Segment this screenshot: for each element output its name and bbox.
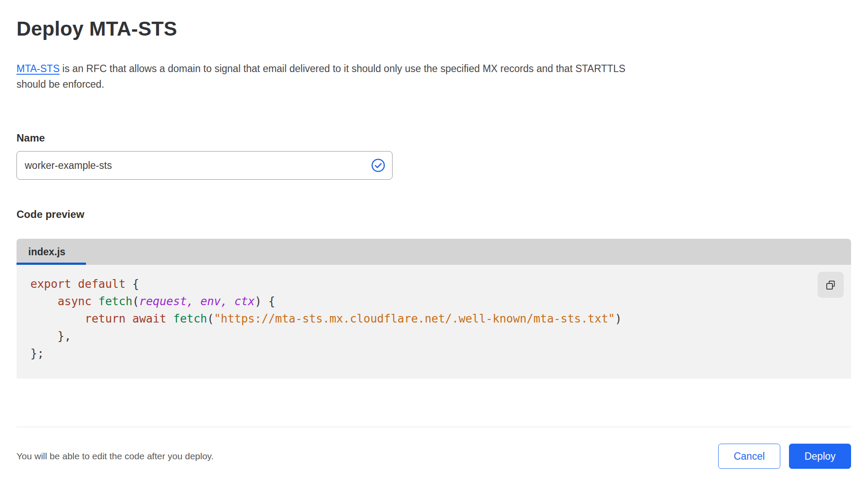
code-editor: export default { async fetch(request, en… xyxy=(17,265,851,379)
name-input[interactable] xyxy=(17,151,393,180)
footer-bar: You will be able to edit the code after … xyxy=(17,427,851,469)
name-label: Name xyxy=(17,132,851,144)
mta-sts-link[interactable]: MTA-STS xyxy=(17,63,59,74)
page-title: Deploy MTA-STS xyxy=(17,16,851,41)
tab-label: index.js xyxy=(28,246,66,258)
deploy-button[interactable]: Deploy xyxy=(789,444,851,469)
description: MTA-STS is an RFC that allows a domain t… xyxy=(17,61,842,92)
code-tab-bar: index.js xyxy=(17,239,851,265)
code-preview-label: Code preview xyxy=(17,208,851,221)
description-line2: should be enforced. xyxy=(17,76,842,92)
cancel-button[interactable]: Cancel xyxy=(718,444,780,469)
footer-actions: Cancel Deploy xyxy=(718,444,851,469)
tab-index-js[interactable]: index.js xyxy=(17,239,86,265)
copy-icon xyxy=(825,279,836,290)
description-line1: is an RFC that allows a domain to signal… xyxy=(59,63,625,74)
check-circle-icon xyxy=(371,158,386,173)
code-preview-block: index.js export default { async fetch(re… xyxy=(17,239,851,379)
code-lines: export default { async fetch(request, en… xyxy=(30,275,812,362)
footer-note: You will be able to edit the code after … xyxy=(17,451,214,461)
copy-code-button[interactable] xyxy=(818,272,844,298)
name-input-wrap xyxy=(17,151,393,180)
deploy-mta-sts-page: Deploy MTA-STS MTA-STS is an RFC that al… xyxy=(0,0,868,469)
